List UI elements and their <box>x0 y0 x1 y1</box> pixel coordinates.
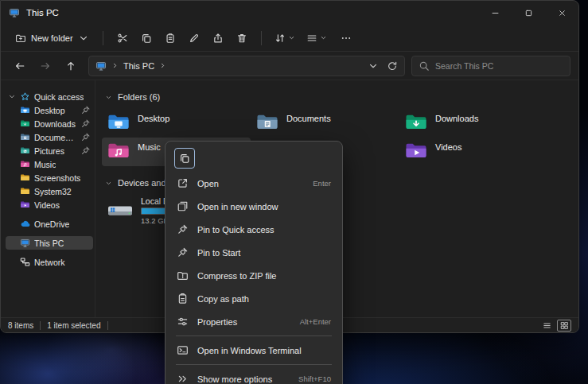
menu-item-label: Pin to Quick access <box>197 225 275 235</box>
sidebar-item-label: Screenshots <box>34 173 80 183</box>
window-controls <box>478 1 578 25</box>
status-separator <box>107 321 108 330</box>
chevron-down-icon <box>288 34 295 41</box>
toolbar-separator <box>261 31 262 45</box>
paste-button[interactable] <box>158 27 182 49</box>
sidebar-item-music[interactable]: Music <box>6 157 93 171</box>
rename-icon <box>189 33 200 44</box>
search-icon <box>419 60 430 72</box>
refresh-icon[interactable] <box>387 60 398 72</box>
close-icon <box>558 9 567 17</box>
cloud-icon <box>20 219 30 229</box>
sidebar-item-onedrive[interactable]: OneDrive <box>6 217 93 231</box>
toolbar-separator <box>103 31 103 45</box>
sidebar-item-label: Documents <box>34 133 76 142</box>
delete-icon <box>236 33 247 44</box>
window-new-icon <box>177 200 189 212</box>
menu-item-show-more-options[interactable]: Show more optionsShift+F10 <box>169 367 339 384</box>
folder-tile-label: Videos <box>435 142 461 152</box>
delete-button[interactable] <box>230 27 254 49</box>
minimize-button[interactable] <box>478 1 512 25</box>
sidebar-item-screenshots[interactable]: Screenshots <box>6 171 93 184</box>
sidebar-item-quick-access[interactable]: Quick access <box>6 90 93 103</box>
search-box[interactable] <box>411 56 570 76</box>
sidebar-item-this-pc[interactable]: This PC <box>6 236 93 250</box>
folder-plain-icon <box>20 186 30 196</box>
folder-videos-icon <box>20 200 30 210</box>
folder-documents-icon <box>20 132 30 142</box>
folder-tile-label: Downloads <box>435 114 478 123</box>
sidebar-item-pictures[interactable]: Pictures <box>6 144 93 157</box>
pc-color-icon <box>20 238 30 248</box>
sidebar-item-documents[interactable]: Documents <box>6 130 93 144</box>
desktop-wallpaper: This PC New folder <box>0 0 588 384</box>
close-button[interactable] <box>545 1 578 25</box>
breadcrumb[interactable]: This PC <box>123 61 154 71</box>
more-options-button[interactable] <box>334 27 358 49</box>
address-dropdown-icon[interactable] <box>368 60 379 72</box>
command-toolbar: New folder <box>1 25 578 52</box>
cut-button[interactable] <box>111 27 134 49</box>
back-button[interactable] <box>9 55 31 77</box>
menu-item-shortcut: Shift+F10 <box>298 374 331 383</box>
hard-drive-icon <box>107 196 134 225</box>
new-folder-button[interactable]: New folder <box>9 29 95 48</box>
paste-icon <box>165 33 176 44</box>
sidebar-item-label: Network <box>34 258 65 267</box>
sidebar-item-desktop[interactable]: Desktop <box>6 103 93 117</box>
pin-icon <box>177 246 189 258</box>
quick-action-copy-button[interactable] <box>174 148 195 169</box>
sort-button[interactable] <box>269 29 301 48</box>
toolbar-view-group <box>269 29 333 48</box>
selected-count: 1 item selected <box>47 321 100 330</box>
folder-tile-desktop[interactable]: Desktop <box>102 109 251 138</box>
network-icon <box>20 257 30 267</box>
sidebar-item-network[interactable]: Network <box>6 255 93 269</box>
navigation-bar: This PC <box>1 52 578 80</box>
pin-icon <box>80 145 91 156</box>
menu-item-open[interactable]: OpenEnter <box>169 172 339 195</box>
maximize-button[interactable] <box>512 1 545 25</box>
more-icon <box>341 33 352 44</box>
folder-tile-documents[interactable]: Documents <box>251 109 399 138</box>
menu-item-compress-to-zip-file[interactable]: Compress to ZIP file <box>169 264 339 287</box>
search-input[interactable] <box>435 61 563 71</box>
menu-item-properties[interactable]: PropertiesAlt+Enter <box>169 310 339 333</box>
menu-item-label: Open in Windows Terminal <box>197 346 302 355</box>
maximize-icon <box>524 9 533 17</box>
folder-tile-downloads[interactable]: Downloads <box>399 109 548 138</box>
sidebar-item-label: Desktop <box>34 106 65 115</box>
up-button[interactable] <box>60 55 82 77</box>
folder-videos-icon <box>404 139 428 163</box>
menu-item-copy-as-path[interactable]: Copy as path <box>169 287 339 310</box>
copy-path-icon <box>177 293 189 304</box>
view-button[interactable] <box>301 29 333 48</box>
copy-button[interactable] <box>134 27 158 49</box>
grid-view-icon <box>560 321 569 330</box>
menu-item-open-in-new-window[interactable]: Open in new window <box>169 195 339 218</box>
pin-icon <box>80 105 91 115</box>
forward-button[interactable] <box>34 55 56 77</box>
large-icons-view-button[interactable] <box>557 320 571 332</box>
star-icon <box>20 91 30 102</box>
pin-icon <box>80 118 91 129</box>
sidebar-item-downloads[interactable]: Downloads <box>6 117 93 130</box>
address-bar[interactable]: This PC <box>88 56 405 76</box>
sidebar-item-videos[interactable]: Videos <box>6 198 93 211</box>
chevron-down-icon <box>320 34 327 41</box>
folders-section-header[interactable]: Folders (6) <box>105 90 578 104</box>
sidebar-item-system32[interactable]: System32 <box>6 184 93 198</box>
details-view-button[interactable] <box>539 320 554 332</box>
rename-button[interactable] <box>182 27 206 49</box>
zip-icon <box>177 270 189 281</box>
sidebar-item-label: This PC <box>34 239 64 248</box>
chevron-down-icon <box>105 180 112 187</box>
menu-item-label: Properties <box>197 317 237 327</box>
menu-item-pin-to-quick-access[interactable]: Pin to Quick access <box>169 218 339 241</box>
menu-item-pin-to-start[interactable]: Pin to Start <box>169 241 339 264</box>
menu-separator <box>176 336 332 336</box>
menu-item-open-in-windows-terminal[interactable]: Open in Windows Terminal <box>169 339 339 362</box>
sidebar-item-label: OneDrive <box>34 219 69 229</box>
share-button[interactable] <box>206 27 230 49</box>
folder-tile-videos[interactable]: Videos <box>399 138 548 166</box>
